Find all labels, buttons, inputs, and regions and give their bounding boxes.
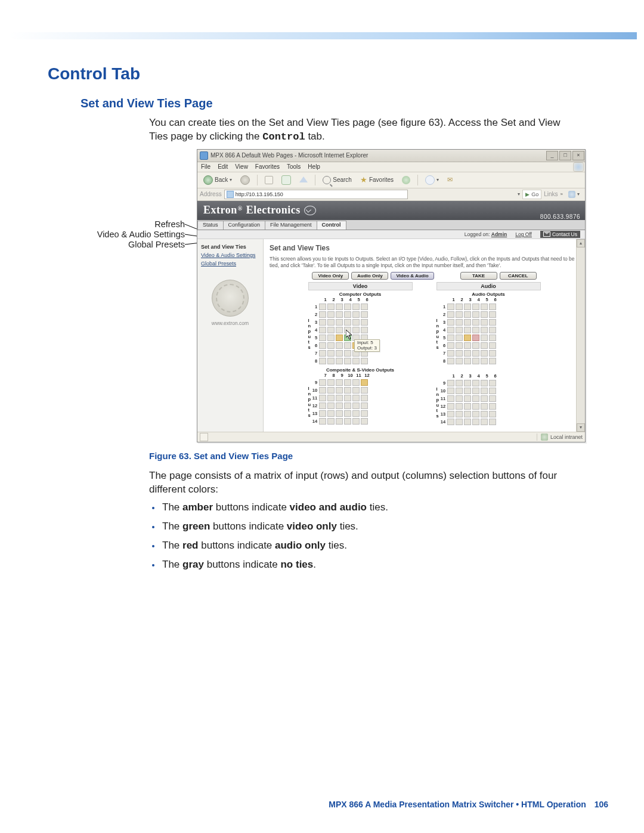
row-number[interactable]: 14 [439,418,445,426]
row-number[interactable]: 13 [311,410,317,417]
tie-button[interactable] [472,319,479,326]
column-number[interactable]: 2 [330,297,338,302]
tie-button[interactable] [481,304,488,310]
forward-button[interactable] [237,174,253,186]
tie-button[interactable] [336,350,343,357]
tie-button[interactable] [327,311,335,318]
tie-button[interactable] [344,410,351,417]
tie-button[interactable] [472,311,479,318]
tie-button[interactable] [344,402,351,409]
row-number[interactable]: 2 [439,311,445,318]
tie-button[interactable] [464,403,471,410]
tab-configuration[interactable]: Configuration [223,221,266,230]
tie-button[interactable] [352,387,360,394]
scroll-up-button[interactable]: ▴ [577,239,585,247]
tie-button[interactable] [447,403,454,410]
tie-button[interactable] [464,395,471,402]
tie-button[interactable] [319,395,326,401]
tie-button[interactable] [481,388,488,394]
row-number[interactable]: 6 [311,342,317,349]
tie-button[interactable] [464,388,471,394]
tie-button[interactable] [481,319,488,326]
row-number[interactable]: 6 [439,342,445,349]
row-number[interactable]: 7 [439,349,445,357]
tie-button[interactable] [344,304,351,310]
tie-button[interactable] [327,402,335,409]
tie-button[interactable] [327,379,335,386]
video-only-button[interactable]: Video Only [312,272,349,280]
tie-button[interactable] [344,335,351,341]
tie-button[interactable] [352,327,360,333]
column-number[interactable]: 11 [355,373,363,378]
tie-button[interactable] [344,311,351,318]
tie-button[interactable] [447,358,454,364]
tie-button[interactable] [456,358,463,364]
tie-button[interactable] [447,419,454,425]
tie-button[interactable] [456,319,463,326]
tie-button[interactable] [456,327,463,333]
tie-button[interactable] [489,327,496,333]
row-number[interactable]: 11 [439,395,445,402]
go-button[interactable]: ▶ Go [522,190,541,199]
tie-button[interactable] [336,387,343,394]
tie-button[interactable] [489,335,496,341]
tie-button[interactable] [327,418,335,425]
tie-button[interactable] [489,403,496,410]
tie-button[interactable] [489,380,496,386]
tie-button[interactable] [456,419,463,425]
column-number[interactable]: 4 [475,373,483,379]
row-number[interactable]: 13 [439,410,445,418]
column-number[interactable]: 1 [450,297,458,302]
video-and-audio-button[interactable]: Video & Audio [391,272,434,280]
media-button[interactable] [399,175,413,185]
tie-button[interactable] [336,319,343,326]
tie-button[interactable] [447,319,454,326]
tie-button[interactable] [344,395,351,401]
tie-button[interactable] [361,304,368,310]
tie-button[interactable] [481,311,488,318]
tie-button[interactable] [489,350,496,357]
column-number[interactable]: 6 [363,297,371,302]
tie-button[interactable] [456,411,463,417]
tie-button[interactable] [352,304,360,310]
tie-button[interactable] [481,335,488,341]
row-number[interactable]: 10 [439,387,445,395]
tie-button[interactable] [464,311,471,318]
tie-button[interactable] [447,395,454,402]
sidebar-item-video-audio-settings[interactable]: Video & Audio Settings [197,251,263,259]
take-button[interactable]: TAKE [460,272,497,280]
history-button[interactable]: ▾ [422,174,442,186]
row-number[interactable]: 8 [311,357,317,365]
tie-button[interactable] [327,358,335,364]
cancel-button[interactable]: CANCEL [500,272,537,280]
tie-button[interactable] [361,410,368,417]
tie-button[interactable] [352,418,360,425]
sidebar-item-global-presets[interactable]: Global Presets [197,259,263,268]
tie-button[interactable] [336,311,343,318]
column-number[interactable]: 1 [321,297,330,302]
window-close-button[interactable]: × [572,151,584,160]
video-cells-bottom[interactable] [318,379,369,425]
column-number[interactable]: 8 [330,373,338,378]
tie-button[interactable] [481,395,488,402]
tie-button[interactable] [319,387,326,394]
tie-button[interactable] [361,395,368,401]
tie-button[interactable] [456,311,463,318]
tie-button[interactable] [319,402,326,409]
audio-only-button[interactable]: Audio Only [351,272,388,280]
menu-help[interactable]: Help [308,163,320,170]
tie-button[interactable] [336,418,343,425]
video-cells-top[interactable] [318,303,369,365]
tie-button[interactable] [464,327,471,333]
tie-button[interactable] [336,410,343,417]
tie-button[interactable] [481,411,488,417]
tie-button[interactable] [319,342,326,349]
tie-button[interactable] [447,388,454,394]
tie-button[interactable] [472,350,479,357]
tie-button[interactable] [447,335,454,341]
tie-button[interactable] [319,358,326,364]
tie-button[interactable] [361,319,368,326]
column-number[interactable]: 6 [491,297,500,302]
tie-button[interactable] [361,402,368,409]
tie-button[interactable] [352,402,360,409]
